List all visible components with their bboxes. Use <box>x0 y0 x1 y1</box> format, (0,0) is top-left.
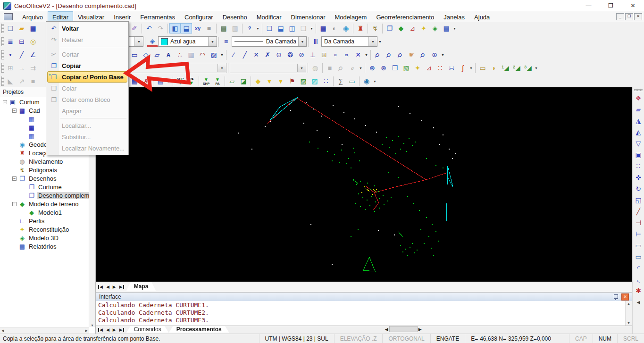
status-elevacao-toggle[interactable]: ELEVAÇÃO .Z <box>334 334 383 343</box>
undo-button[interactable]: ↶ <box>143 23 155 33</box>
draw-points-button[interactable]: ∴ <box>174 50 185 60</box>
add-to-list-button[interactable]: ⊞ <box>5 63 16 73</box>
print-preview-button[interactable]: ▥ <box>229 23 241 33</box>
first-console-tab-button[interactable]: ◀ <box>98 327 103 332</box>
menu-item-localizar-novamente[interactable]: Localizar Novamente... <box>47 142 127 154</box>
menu-item-apagar[interactable]: Apagar <box>47 105 127 117</box>
insert-image-button[interactable]: ▦ <box>185 50 197 60</box>
draw-text-button[interactable]: A <box>163 50 174 60</box>
help-button[interactable]: ? <box>244 23 255 33</box>
zoom-overflow-caret-icon[interactable]: ▼ <box>440 50 445 60</box>
scrollbar-thumb[interactable] <box>389 326 418 332</box>
toolbar-grip[interactable] <box>1 76 4 86</box>
curve-tool-button[interactable]: ʃ <box>457 63 468 73</box>
tree-expander-icon[interactable]: − <box>3 100 7 104</box>
report-table-button[interactable]: ▤ <box>155 76 166 86</box>
paint-bucket-button[interactable]: ◈ <box>147 36 158 47</box>
tab-comandos[interactable]: Comandos <box>126 326 169 333</box>
rotate-button[interactable]: ↻ <box>633 183 644 194</box>
export-points-button[interactable]: ∺ <box>446 63 457 73</box>
windows-dropdown-caret-icon[interactable]: ▼ <box>309 23 314 33</box>
tab-processamentos[interactable]: Processamentos <box>169 326 229 333</box>
menu-ajuda[interactable]: Ajuda <box>469 11 494 23</box>
offset-button[interactable]: ▣ <box>633 149 644 160</box>
menu-item-refazer[interactable]: ↷Refazer <box>47 34 127 45</box>
menu-janelas[interactable]: Janelas <box>439 11 469 23</box>
snap-intersection-button[interactable]: ✕ <box>251 50 262 60</box>
snap-center-button[interactable]: ⊙ <box>273 50 284 60</box>
mdi-restore-button[interactable]: ❐ <box>625 13 633 20</box>
save-table-button[interactable]: ▦ <box>129 76 140 86</box>
ruler-button[interactable]: ▭ <box>477 63 488 73</box>
import-pa-button[interactable]: PA▼ <box>186 76 197 86</box>
export-pa-button[interactable]: ▼PA <box>212 76 223 86</box>
toolbar-grip[interactable] <box>1 50 4 59</box>
snap-midpoint-button[interactable]: ╱ <box>239 50 251 60</box>
close-button[interactable]: ✕ <box>622 0 644 11</box>
console-horizontal-scrollbar[interactable]: ◀ ▶ <box>385 326 422 332</box>
tree-item-relat-rios[interactable]: ▤Relatórios <box>0 242 89 251</box>
window-button[interactable]: ❑ <box>298 23 309 33</box>
scale-button[interactable]: ◱ <box>633 194 644 206</box>
fillet-button[interactable]: ◜ <box>633 262 644 274</box>
desenho-button[interactable]: ❐ <box>384 23 395 33</box>
zoom-in-out-button[interactable]: ϙ <box>395 50 406 60</box>
import-shp-button[interactable]: SHP▼ <box>175 76 186 86</box>
send-all-button[interactable]: ⇉ <box>27 63 39 73</box>
menu-georreferenciamento[interactable]: Georreferenciamento <box>371 11 439 23</box>
terrain-overflow-caret-icon[interactable]: ▼ <box>534 63 539 73</box>
tree-item-perfis[interactable]: ∟Perfis <box>0 217 89 225</box>
generate-drawing-button[interactable]: ❐ <box>389 63 401 73</box>
snap-quadrant-button[interactable]: ❂ <box>284 50 296 60</box>
poligonais-button[interactable]: ↯ <box>369 23 381 33</box>
scroll-up-icon[interactable]: ▲ <box>627 302 630 305</box>
tile-horizontal-button[interactable]: ⬓ <box>275 23 286 33</box>
caderneta-button[interactable]: ▦ <box>318 23 329 33</box>
new-file-button[interactable]: ❏ <box>5 23 16 33</box>
selection-combo-2[interactable]: ▼ <box>230 63 306 73</box>
menu-item-copiar[interactable]: ❐Copiar <box>47 60 127 71</box>
toolbar-grip[interactable] <box>1 63 4 73</box>
chamfer-button[interactable]: ◟ <box>633 274 644 285</box>
tree-item-desenho-complement[interactable]: ❐Desenho complement <box>0 191 89 200</box>
snap-none-button[interactable]: ✕ <box>352 50 364 60</box>
draw-rectangle-button[interactable]: ▭ <box>129 50 140 60</box>
scroll-right-icon[interactable]: ▶ <box>85 329 88 333</box>
tree-item-modelo-3d[interactable]: ◈Modelo 3D <box>0 234 89 242</box>
modules-dropdown-caret-icon[interactable]: ▼ <box>452 23 457 33</box>
scroll-down-icon[interactable]: ▼ <box>627 321 630 325</box>
insert-raster-button[interactable]: ▧ <box>401 63 412 73</box>
draw-bridge-button[interactable]: ◠ <box>197 50 208 60</box>
slope-lines-button[interactable]: ↗ <box>16 76 27 86</box>
draw-polyline-button[interactable]: ∠ <box>27 50 39 60</box>
move-button[interactable]: ✜ <box>633 172 644 183</box>
menu-dimensionar[interactable]: Dimensionar <box>286 11 330 23</box>
prev-map-tab-button[interactable]: ◀ <box>106 284 109 289</box>
snap-node-button[interactable]: ∘ <box>330 50 341 60</box>
area-button[interactable]: ■ <box>324 63 335 73</box>
send-to-list-button[interactable]: → <box>16 63 27 73</box>
status-cap-toggle[interactable]: CAP <box>569 334 593 343</box>
selection-combo-2-dropdown-icon[interactable]: ▼ <box>297 64 306 72</box>
map-canvas[interactable] <box>96 87 632 282</box>
layer-combo[interactable]: ▼ <box>129 36 143 47</box>
legend-frame-button[interactable]: ▭ <box>346 76 358 86</box>
zoom-extents-button[interactable]: ⊕ <box>429 50 440 60</box>
import-points-button[interactable]: ∷ <box>435 63 446 73</box>
snap-perpendicular-button[interactable]: ⊥ <box>307 50 318 60</box>
process-points-2-button[interactable]: ⊛ <box>378 63 389 73</box>
tree-expander-icon[interactable]: − <box>12 109 17 113</box>
snap-overflow-caret-icon[interactable]: ▼ <box>364 50 369 60</box>
menu-item-localizar[interactable]: Localizar... <box>47 120 127 131</box>
print-button[interactable]: ▤ <box>218 23 229 33</box>
menu-arquivo[interactable]: Arquivo <box>17 11 48 23</box>
lengthen-button[interactable]: ╱ <box>633 206 644 217</box>
solid-tool-button[interactable]: ■ <box>27 76 39 86</box>
menu-item-substitur[interactable]: Substitur... <box>47 131 127 142</box>
first-map-tab-button[interactable]: ◀ <box>98 284 103 289</box>
corner-tool-button[interactable]: ◣ <box>5 76 16 86</box>
modelo-3d-button[interactable]: ◈ <box>429 23 441 33</box>
layers-button[interactable]: ⊟ <box>16 36 27 47</box>
perfis-button[interactable]: ⊿ <box>407 23 418 33</box>
tree-expander-icon[interactable]: − <box>12 176 17 181</box>
